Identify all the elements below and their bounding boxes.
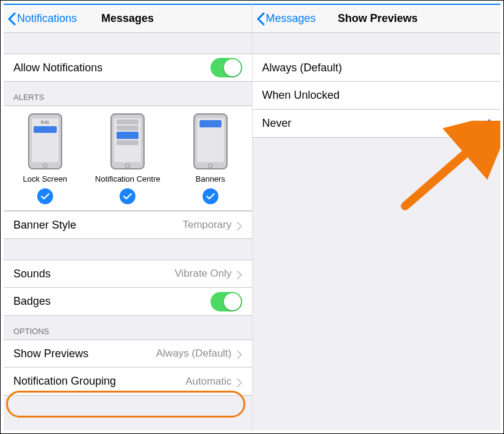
back-label: Notifications	[17, 12, 77, 25]
chevron-right-icon	[237, 269, 242, 278]
preview-option-unlocked[interactable]: When Unlocked	[253, 82, 501, 110]
show-previews-pane: Messages Show Previews Always (Default) …	[253, 4, 501, 430]
alert-type-banners[interactable]: Banners	[174, 113, 247, 204]
option-label: When Unlocked	[262, 89, 491, 102]
row-label: Show Previews	[13, 347, 156, 360]
back-button[interactable]: Notifications	[4, 12, 77, 26]
row-label: Allow Notifications	[13, 62, 211, 74]
alert-types-panel: 9:41 Lock Screen	[4, 105, 252, 211]
chevron-right-icon	[237, 221, 242, 229]
row-label: Badges	[13, 295, 211, 308]
badges-switch[interactable]	[211, 292, 242, 311]
banner-style-row[interactable]: Banner Style Temporary	[4, 211, 252, 239]
badges-row[interactable]: Badges	[4, 288, 252, 316]
back-label: Messages	[266, 12, 316, 25]
alert-type-label: Banners	[196, 174, 225, 183]
alert-type-label: Lock Screen	[23, 174, 67, 183]
preview-option-always[interactable]: Always (Default)	[253, 54, 501, 82]
row-label: Banner Style	[13, 219, 182, 232]
preview-option-never[interactable]: Never	[253, 110, 501, 138]
phone-time: 9:41	[32, 118, 59, 124]
row-value: Temporary	[182, 219, 231, 231]
alert-type-notificationcentre[interactable]: Notification Centre	[91, 113, 164, 204]
option-label: Always (Default)	[262, 62, 491, 74]
check-icon	[37, 188, 53, 204]
row-value: Vibrate Only	[175, 268, 231, 280]
row-value: Always (Default)	[156, 347, 232, 360]
phone-icon: 9:41	[28, 113, 62, 169]
phone-icon	[110, 113, 145, 169]
chevron-right-icon	[237, 377, 242, 386]
notification-grouping-row[interactable]: Notification Grouping Automatic	[4, 368, 252, 396]
allow-notifications-row[interactable]: Allow Notifications	[4, 54, 252, 82]
chevron-back-icon	[7, 12, 16, 26]
row-label: Notification Grouping	[13, 375, 185, 388]
chevron-back-icon	[256, 12, 265, 26]
check-icon	[478, 119, 491, 129]
check-icon	[203, 188, 218, 204]
row-value: Automatic	[185, 375, 232, 388]
svg-line-0	[405, 132, 491, 206]
chevron-right-icon	[237, 349, 242, 358]
row-label: Sounds	[13, 268, 175, 280]
option-label: Never	[262, 117, 479, 130]
alert-type-label: Notification Centre	[95, 174, 160, 183]
back-button[interactable]: Messages	[253, 12, 316, 26]
navbar-left: Notifications Messages	[4, 5, 252, 33]
alerts-header: ALERTS	[4, 82, 252, 105]
phone-icon	[193, 113, 228, 169]
navbar-right: Messages Show Previews	[253, 5, 501, 33]
settings-messages-pane: Notifications Messages Allow Notificatio…	[4, 4, 253, 430]
alert-type-lockscreen[interactable]: 9:41 Lock Screen	[9, 113, 82, 204]
show-previews-row[interactable]: Show Previews Always (Default)	[4, 340, 252, 368]
sounds-row[interactable]: Sounds Vibrate Only	[4, 260, 252, 288]
allow-notifications-switch[interactable]	[211, 58, 242, 77]
options-header: OPTIONS	[4, 316, 252, 340]
check-icon	[120, 188, 135, 204]
